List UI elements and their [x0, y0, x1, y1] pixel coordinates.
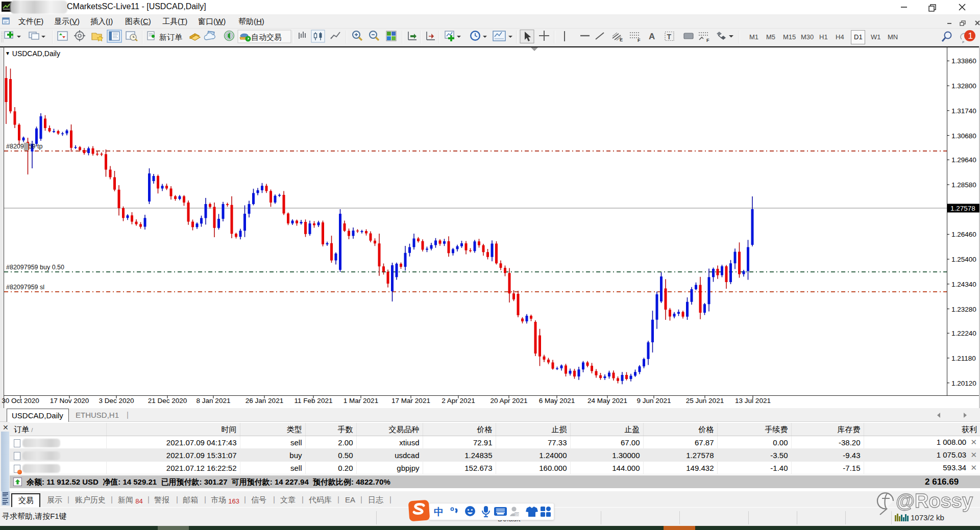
- svg-text:17 Nov 2020: 17 Nov 2020: [50, 397, 89, 405]
- svg-text:3 Dec 2020: 3 Dec 2020: [99, 397, 134, 405]
- svg-text:16: 16: [515, 512, 519, 517]
- svg-text:1.24340: 1.24340: [951, 281, 976, 288]
- svg-text:1.26460: 1.26460: [951, 231, 976, 238]
- svg-text:1.33860: 1.33860: [951, 57, 976, 65]
- svg-text:@Rossy: @Rossy: [896, 490, 973, 512]
- svg-text:A: A: [649, 32, 655, 41]
- svg-text:20 Apr 2021: 20 Apr 2021: [491, 397, 528, 405]
- svg-text:1 Mar 2021: 1 Mar 2021: [344, 397, 378, 405]
- svg-text:#82097959 buy 0.50: #82097959 buy 0.50: [6, 264, 64, 271]
- svg-text:30 Oct 2020: 30 Oct 2020: [2, 397, 39, 405]
- svg-text:26 Jan 2021: 26 Jan 2021: [246, 397, 283, 405]
- svg-text:E: E: [620, 37, 623, 42]
- svg-text:11 Feb 2021: 11 Feb 2021: [295, 397, 333, 405]
- svg-text:F: F: [638, 38, 641, 43]
- svg-text:1.20120: 1.20120: [951, 380, 976, 387]
- svg-text:24 May 2021: 24 May 2021: [587, 397, 627, 405]
- svg-text:1.25400: 1.25400: [951, 256, 976, 263]
- svg-text:13 Jul 2021: 13 Jul 2021: [735, 397, 771, 405]
- svg-text:25 Jun 2021: 25 Jun 2021: [686, 397, 724, 405]
- svg-text:1.22240: 1.22240: [951, 330, 976, 337]
- svg-text:6 May 2021: 6 May 2021: [539, 397, 575, 405]
- svg-text:9 Jun 2021: 9 Jun 2021: [637, 397, 671, 405]
- svg-text:17 Mar 2021: 17 Mar 2021: [391, 397, 430, 405]
- svg-text:1.28580: 1.28580: [951, 181, 976, 189]
- svg-text:#8209█59 tp: #8209█59 tp: [6, 142, 42, 150]
- svg-text:1.32800: 1.32800: [951, 82, 976, 90]
- svg-text:1.21180: 1.21180: [951, 355, 976, 362]
- svg-text:1.27578: 1.27578: [950, 205, 975, 212]
- svg-text:F: F: [706, 38, 709, 43]
- svg-text:#82097959 sl: #82097959 sl: [6, 284, 44, 291]
- svg-text:1.30680: 1.30680: [951, 132, 976, 140]
- svg-text:1.31740: 1.31740: [951, 107, 976, 115]
- svg-text:1.29640: 1.29640: [951, 156, 976, 164]
- svg-text:8 Jan 2021: 8 Jan 2021: [197, 397, 231, 405]
- svg-text:中: 中: [434, 507, 444, 517]
- svg-text:2 Apr 2021: 2 Apr 2021: [442, 397, 475, 405]
- svg-text:T: T: [667, 33, 672, 41]
- svg-text:1: 1: [968, 31, 973, 41]
- svg-text:21 Dec 2020: 21 Dec 2020: [148, 397, 187, 405]
- svg-text:1.23280: 1.23280: [951, 306, 976, 313]
